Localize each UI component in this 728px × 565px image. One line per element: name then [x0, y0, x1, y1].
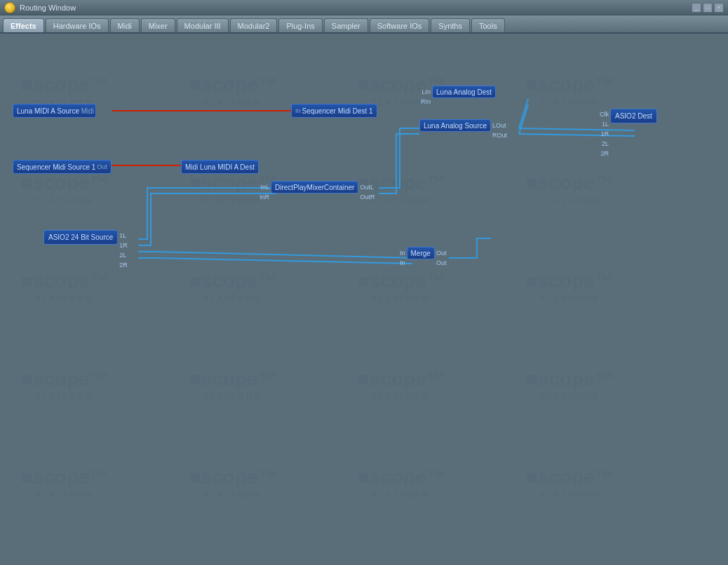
- port-1r-out: 1R: [118, 241, 128, 251]
- watermark: ■scope™: [526, 466, 614, 489]
- watermark-sub: PLATFORM: [372, 294, 431, 303]
- node-asio2-source[interactable]: ASIO2 24 Bit Source: [43, 230, 118, 245]
- port-2l: 2L: [600, 139, 610, 149]
- tab-effects[interactable]: Effects: [3, 18, 44, 32]
- port-inr: InR: [259, 192, 271, 202]
- port-2l-out: 2L: [118, 251, 128, 261]
- tab-synths[interactable]: Synths: [431, 18, 470, 32]
- window-controls[interactable]: _ □ ×: [692, 3, 724, 13]
- node-direct-play-mixer[interactable]: DirectPlayMixerContainer: [271, 181, 358, 193]
- watermark-sub: PLATFORM: [35, 393, 94, 401]
- node-merge[interactable]: Merge: [407, 247, 435, 259]
- node-port-out: Out: [97, 163, 107, 170]
- maximize-button[interactable]: □: [703, 3, 713, 13]
- tab-plugins[interactable]: Plug-Ins: [278, 18, 322, 32]
- watermark: ■scope™: [526, 74, 614, 96]
- watermark-sub: PLATFORM: [203, 393, 262, 401]
- close-button[interactable]: ×: [714, 3, 724, 13]
- watermark-sub: PLATFORM: [540, 196, 599, 205]
- port-rout: ROut: [491, 130, 507, 140]
- node-container-asio2-source: ASIO2 24 Bit Source 1L 1R 2L 2R: [43, 230, 128, 271]
- node-container-merge: In In Merge Out Out: [400, 247, 446, 268]
- tab-hardware-ios[interactable]: Hardware IOs: [46, 18, 109, 32]
- tab-modular2[interactable]: Modular2: [230, 18, 278, 32]
- watermark-sub: PLATFORM: [35, 294, 94, 303]
- tab-mixer[interactable]: Mixer: [141, 18, 175, 32]
- watermark: ■scope™: [21, 368, 109, 390]
- watermark-sub: PLATFORM: [203, 491, 262, 499]
- node-midi-luna-dest[interactable]: Midi Luna MIDI A Dest: [181, 160, 259, 174]
- node-container-asio2-dest: Clk 1L 1R 2L 2R ASIO2 Dest: [600, 109, 657, 159]
- node-sequencer-midi-dest[interactable]: In Sequencer Midi Dest 1: [291, 104, 377, 118]
- watermark-sub: PLATFORM: [203, 294, 262, 303]
- port-rin: RIn: [421, 97, 432, 107]
- window-title: Routing Window: [20, 4, 692, 12]
- node-sequencer-midi-source[interactable]: Sequencer Midi Source 1 Out: [13, 160, 112, 174]
- watermark-sub: PLATFORM: [203, 196, 262, 205]
- watermark: ■scope™: [21, 270, 109, 292]
- title-bar: Routing Window _ □ ×: [0, 0, 728, 15]
- watermark-sub: PLATFORM: [540, 491, 599, 499]
- port-outr: OutR: [358, 192, 375, 202]
- watermark: ■scope™: [358, 368, 446, 390]
- tab-tools[interactable]: Tools: [471, 18, 505, 32]
- port-2r-out: 2R: [118, 261, 128, 271]
- watermark: ■scope™: [21, 74, 109, 96]
- port-inl: InL: [259, 182, 271, 192]
- port-in: In: [400, 248, 407, 258]
- watermark: ■scope™: [189, 270, 278, 292]
- node-label: Midi Luna MIDI A Dest: [185, 163, 255, 171]
- watermark-sub: PLATFORM: [540, 393, 599, 401]
- node-luna-analog-dest[interactable]: Luna Analog Dest: [432, 86, 496, 98]
- port-2r: 2R: [600, 149, 610, 159]
- watermark-sub: PLATFORM: [372, 393, 431, 401]
- watermark: ■scope™: [189, 74, 278, 96]
- watermark: ■scope™: [526, 172, 614, 194]
- watermark: ■scope™: [358, 270, 446, 292]
- tab-software-ios[interactable]: Software IOs: [370, 18, 430, 32]
- port-clk: Clk: [600, 110, 610, 120]
- node-container-luna-analog-source: Luna Analog Source LOut ROut: [419, 119, 507, 141]
- tab-sampler[interactable]: Sampler: [324, 18, 368, 32]
- node-container-direct-play: InL InR DirectPlayMixerContainer OutL Ou…: [259, 181, 375, 203]
- watermark: ■scope™: [526, 270, 614, 292]
- watermark-sub: PLATFORM: [372, 491, 431, 499]
- node-asio2-dest[interactable]: ASIO2 Dest: [610, 109, 657, 123]
- node-label: Luna MIDI A Source Midi: [17, 107, 94, 115]
- tab-modular3[interactable]: Modular III: [177, 18, 229, 32]
- canvas-area: ■scope™ PLATFORM ■scope™ PLATFORM ■scope…: [0, 35, 728, 565]
- port-out: Out: [435, 248, 447, 258]
- watermark: ■scope™: [189, 466, 278, 489]
- watermark: ■scope™: [526, 368, 614, 390]
- port-lin: LIn: [421, 87, 432, 97]
- minimize-button[interactable]: _: [692, 3, 701, 13]
- node-luna-midi-source[interactable]: Luna MIDI A Source Midi: [13, 104, 96, 118]
- port-1l-out: 1L: [118, 231, 128, 241]
- svg-line-2: [519, 99, 528, 128]
- node-container-luna-analog-dest: LIn RIn Luna Analog Dest: [421, 86, 496, 107]
- port-1r: 1R: [600, 130, 610, 139]
- watermark-sub: PLATFORM: [35, 196, 94, 205]
- watermark: ■scope™: [189, 368, 278, 390]
- node-label: Sequencer Midi Dest 1: [302, 107, 373, 115]
- svg-line-3: [519, 104, 528, 134]
- port-outl: OutL: [358, 182, 375, 192]
- port-1l: 1L: [600, 120, 610, 130]
- watermark-sub: PLATFORM: [372, 196, 431, 205]
- watermark: ■scope™: [358, 466, 446, 489]
- watermark-sub: PLATFORM: [540, 294, 599, 303]
- port-out2: Out: [435, 258, 447, 268]
- node-luna-analog-source[interactable]: Luna Analog Source: [419, 119, 491, 132]
- watermark-sub: PLATFORM: [203, 98, 262, 107]
- port-lout: LOut: [491, 121, 507, 130]
- watermark-sub: PLATFORM: [540, 98, 599, 107]
- watermark: ■scope™: [21, 466, 109, 489]
- watermark: ■scope™: [21, 172, 109, 194]
- port-in2: In: [400, 258, 407, 268]
- tab-bar: Effects Hardware IOs Midi Mixer Modular …: [0, 15, 728, 34]
- tab-midi[interactable]: Midi: [110, 18, 140, 32]
- node-label: Sequencer Midi Source 1: [17, 163, 95, 171]
- watermark-sub: PLATFORM: [35, 491, 94, 499]
- window-icon: [4, 2, 15, 13]
